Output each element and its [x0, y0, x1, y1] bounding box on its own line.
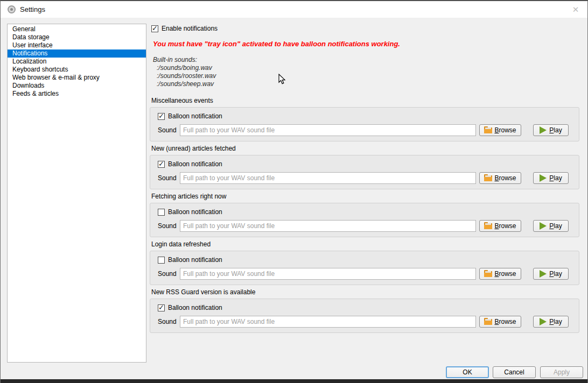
- sound-row: Sound Browse Play: [158, 220, 569, 232]
- sidebar-item-data-storage[interactable]: Data storage: [8, 33, 146, 41]
- play-icon: [540, 270, 547, 278]
- sound-label: Sound: [158, 318, 180, 325]
- browse-button[interactable]: Browse: [479, 316, 521, 328]
- enable-notifications-checkbox[interactable]: ✓: [151, 25, 158, 32]
- section-title: New RSS Guard version is available: [150, 289, 579, 298]
- section-groupbox: Balloon notification Sound Browse Play: [150, 251, 579, 285]
- section-new-articles-fetched: New (unread) articles fetched ✓ Balloon …: [150, 145, 579, 190]
- sound-path-input[interactable]: [180, 172, 476, 184]
- play-rest: lay: [554, 270, 562, 278]
- browse-rest: rowse: [499, 222, 516, 230]
- play-button-label: Play: [549, 318, 562, 325]
- play-button[interactable]: Play: [533, 316, 569, 328]
- browse-button[interactable]: Browse: [479, 124, 521, 136]
- sound-path-input[interactable]: [180, 124, 476, 136]
- balloon-notification-checkbox[interactable]: ✓: [158, 304, 165, 311]
- browse-rest: rowse: [499, 318, 516, 325]
- builtin-sounds-block: Built-in sounds: :/sounds/boing.wav :/so…: [153, 56, 216, 88]
- sound-label: Sound: [158, 222, 180, 230]
- browse-accel: B: [494, 318, 499, 325]
- sidebar-item-keyboard-shortcuts[interactable]: Keyboard shortcuts: [8, 66, 146, 74]
- play-rest: lay: [554, 174, 562, 182]
- sidebar-item-notifications[interactable]: Notifications: [8, 49, 146, 58]
- sound-label: Sound: [158, 270, 180, 278]
- balloon-notification-label: Balloon notification: [168, 256, 222, 264]
- apply-button[interactable]: Apply: [540, 366, 583, 378]
- sidebar-item-downloads[interactable]: Downloads: [8, 82, 146, 90]
- sound-path-input[interactable]: [180, 268, 476, 280]
- sidebar-item-feeds-articles[interactable]: Feeds & articles: [8, 90, 146, 98]
- play-icon: [540, 318, 547, 325]
- settings-dialog: Settings ✕ General Data storage User int…: [0, 0, 588, 383]
- checkmark-icon: ✓: [158, 160, 164, 168]
- balloon-notification-label: Balloon notification: [168, 304, 222, 311]
- sidebar-item-web-browser[interactable]: Web browser & e-mail & proxy: [8, 74, 146, 82]
- section-new-version-available: New RSS Guard version is available ✓ Bal…: [150, 289, 579, 334]
- browse-button-label: Browse: [494, 126, 516, 134]
- section-groupbox: ✓ Balloon notification Sound Browse Play: [150, 107, 579, 141]
- sound-path-input[interactable]: [180, 316, 476, 328]
- play-icon: [540, 126, 547, 134]
- balloon-notification-checkbox[interactable]: ✓: [158, 161, 165, 168]
- folder-icon: [484, 271, 492, 277]
- browse-button[interactable]: Browse: [479, 172, 521, 184]
- browse-accel: B: [494, 126, 499, 134]
- play-button[interactable]: Play: [533, 220, 569, 232]
- browse-accel: B: [494, 270, 499, 278]
- play-button[interactable]: Play: [533, 268, 569, 280]
- section-login-data-refreshed: Login data refreshed Balloon notificatio…: [150, 241, 579, 286]
- play-button[interactable]: Play: [533, 172, 569, 184]
- play-rest: lay: [554, 126, 562, 134]
- sidebar-item-localization[interactable]: Localization: [8, 58, 146, 66]
- section-title: Login data refreshed: [150, 241, 579, 250]
- section-title: Miscellaneous events: [150, 97, 579, 107]
- section-groupbox: Balloon notification Sound Browse Play: [150, 203, 579, 237]
- play-button[interactable]: Play: [533, 124, 569, 136]
- balloon-notification-checkbox[interactable]: [158, 209, 165, 216]
- browse-button-label: Browse: [494, 222, 516, 230]
- sidebar-item-user-interface[interactable]: User interface: [8, 41, 146, 49]
- play-button-label: Play: [549, 126, 562, 134]
- close-icon[interactable]: ✕: [570, 4, 581, 15]
- sidebar-item-general[interactable]: General: [8, 25, 146, 33]
- sound-row: Sound Browse Play: [158, 268, 569, 280]
- balloon-notification-checkbox[interactable]: [158, 257, 165, 264]
- browse-rest: rowse: [499, 174, 516, 182]
- play-icon: [540, 174, 547, 182]
- browse-accel: B: [494, 174, 499, 182]
- builtin-sound-file: :/sounds/rooster.wav: [153, 72, 216, 80]
- browse-button[interactable]: Browse: [479, 268, 521, 280]
- balloon-row: ✓ Balloon notification: [158, 112, 222, 120]
- notifications-panel: ✓ Enable notifications You must have "tr…: [150, 18, 579, 367]
- play-icon: [540, 222, 547, 230]
- section-title: New (unread) articles fetched: [150, 145, 579, 154]
- window-bottom-edge: [1, 379, 587, 383]
- balloon-notification-checkbox[interactable]: ✓: [158, 113, 165, 120]
- folder-icon: [484, 127, 492, 133]
- ok-button[interactable]: OK: [446, 366, 489, 378]
- sound-path-input[interactable]: [180, 220, 476, 232]
- builtin-sounds-heading: Built-in sounds:: [153, 56, 216, 64]
- sound-row: Sound Browse Play: [158, 316, 569, 328]
- browse-button-label: Browse: [494, 318, 516, 325]
- settings-gear-icon: [8, 5, 16, 13]
- builtin-sound-file: :/sounds/boing.wav: [153, 64, 216, 72]
- sound-row: Sound Browse Play: [158, 124, 569, 136]
- browse-button-label: Browse: [494, 174, 516, 182]
- mouse-cursor-icon: [278, 74, 286, 85]
- folder-icon: [484, 223, 492, 229]
- checkmark-icon: ✓: [152, 24, 158, 32]
- balloon-row: Balloon notification: [158, 208, 222, 216]
- browse-button-label: Browse: [494, 270, 516, 278]
- play-rest: lay: [554, 318, 562, 325]
- browse-button[interactable]: Browse: [479, 220, 521, 232]
- cancel-button[interactable]: Cancel: [493, 366, 536, 378]
- enable-notifications-label: Enable notifications: [162, 25, 218, 32]
- tray-icon-warning: You must have "tray icon" activated to h…: [153, 40, 400, 48]
- section-title: Fetching articles right now: [150, 193, 579, 202]
- section-groupbox: ✓ Balloon notification Sound Browse Play: [150, 299, 579, 333]
- balloon-row: ✓ Balloon notification: [158, 160, 222, 168]
- balloon-row: ✓ Balloon notification: [158, 304, 222, 311]
- browse-accel: B: [494, 222, 499, 230]
- builtin-sound-file: :/sounds/sheep.wav: [153, 80, 216, 88]
